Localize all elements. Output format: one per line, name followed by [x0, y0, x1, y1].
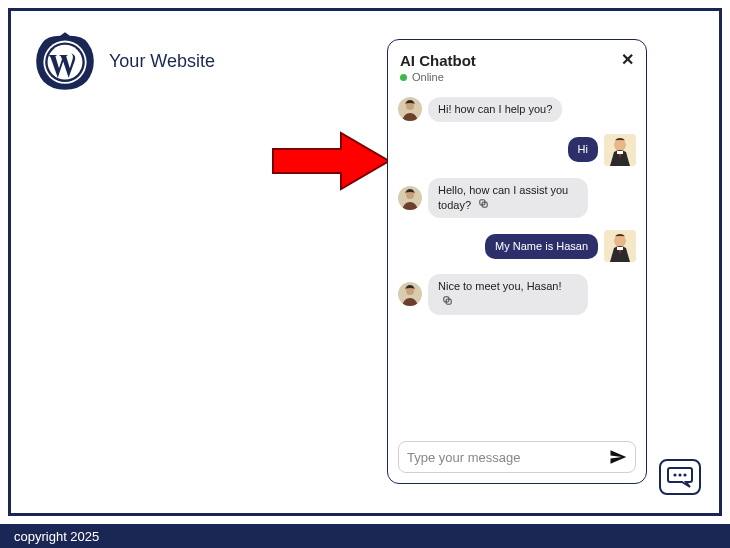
bot-avatar-icon: [398, 186, 422, 210]
message-input[interactable]: [407, 450, 603, 465]
message-bubble: Hello, how can I assist you today?: [428, 178, 588, 218]
message-row: Nice to meet you, Hasan!: [398, 274, 636, 314]
close-icon[interactable]: ✕: [621, 52, 634, 68]
copy-icon[interactable]: [442, 295, 453, 310]
page-footer: copyright 2025: [0, 524, 730, 548]
message-input-bar: [398, 441, 636, 473]
message-text: Nice to meet you, Hasan!: [438, 280, 562, 292]
message-bubble: Hi: [568, 137, 598, 162]
svg-rect-14: [617, 247, 623, 250]
app-frame: Your Website AI Chatbot Online ✕ Hi! how…: [8, 8, 722, 516]
chatbot-window: AI Chatbot Online ✕ Hi! how can I help y…: [387, 39, 647, 484]
message-list: Hi! how can I help you? Hi Hello, how ca…: [398, 89, 636, 441]
status-dot-icon: [400, 74, 407, 81]
message-row: Hi! how can I help you?: [398, 97, 636, 122]
message-row: My Name is Hasan: [398, 230, 636, 262]
site-title: Your Website: [109, 51, 215, 72]
bot-avatar-icon: [398, 282, 422, 306]
send-icon[interactable]: [609, 448, 627, 466]
message-bubble: Nice to meet you, Hasan!: [428, 274, 588, 314]
message-bubble: My Name is Hasan: [485, 234, 598, 259]
copyright-text: copyright 2025: [14, 529, 99, 544]
chat-bubble-icon: [667, 466, 693, 488]
svg-point-21: [683, 473, 686, 476]
svg-point-20: [678, 473, 681, 476]
pointer-arrow-icon: [271, 131, 391, 191]
site-header: Your Website: [35, 31, 215, 91]
message-text: Hello, how can I assist you today?: [438, 184, 568, 211]
svg-point-6: [614, 139, 626, 151]
user-avatar-icon: [604, 230, 636, 262]
status-text: Online: [412, 71, 444, 83]
svg-point-19: [673, 473, 676, 476]
message-bubble: Hi! how can I help you?: [428, 97, 562, 122]
bot-avatar-icon: [398, 97, 422, 121]
svg-rect-7: [617, 151, 623, 154]
wordpress-logo-icon: [35, 31, 95, 91]
svg-point-13: [614, 235, 626, 247]
chatbot-header: AI Chatbot Online ✕: [398, 50, 636, 89]
chat-launcher-button[interactable]: [659, 459, 701, 495]
message-row: Hello, how can I assist you today?: [398, 178, 636, 218]
status-indicator: Online: [400, 71, 476, 83]
message-row: Hi: [398, 134, 636, 166]
user-avatar-icon: [604, 134, 636, 166]
chatbot-title: AI Chatbot: [400, 52, 476, 69]
copy-icon[interactable]: [478, 198, 489, 213]
